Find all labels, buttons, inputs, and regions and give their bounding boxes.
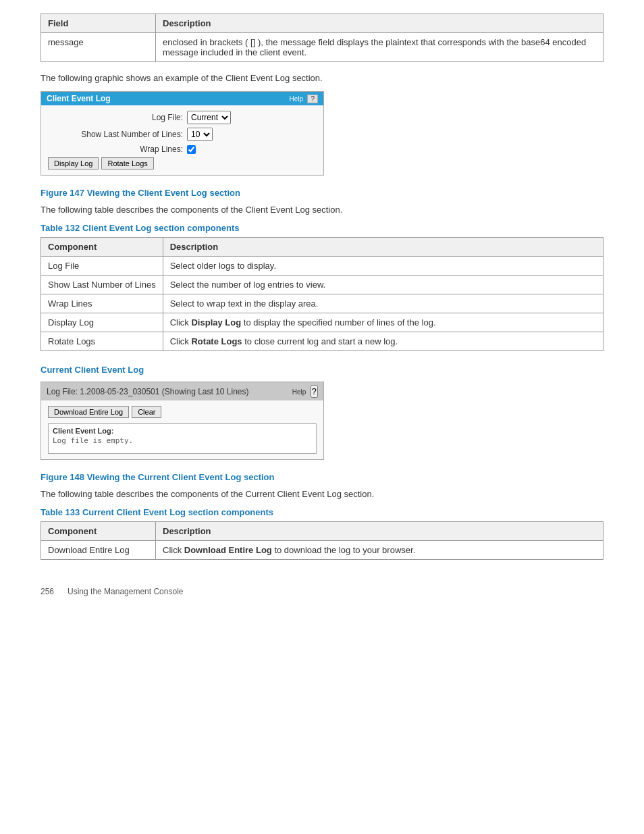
widget-title: Client Event Log (47, 94, 111, 103)
top-table-desc-header: Description (156, 14, 603, 33)
clear-button[interactable]: Clear (132, 406, 161, 418)
table-row: Display Log Click Display Log to display… (41, 313, 603, 332)
rotate-logs-button[interactable]: Rotate Logs (101, 157, 153, 170)
t132-desc-3: Click Display Log to display the specifi… (163, 313, 603, 332)
t132-comp-2: Wrap Lines (41, 294, 163, 313)
table132-desc-header: Description (163, 238, 603, 257)
client-event-log-widget: Client Event Log Help ? Log File: Curren… (41, 91, 324, 176)
t132-comp-3: Display Log (41, 313, 163, 332)
wrap-lines-checkbox[interactable] (187, 145, 196, 154)
intro-text-1: The following graphic shows an example o… (41, 73, 603, 83)
top-table-desc-cell: enclosed in brackets ( [] ), the message… (156, 33, 603, 62)
log-widget-header: Log File: 1.2008-05-23_030501 (Showing L… (41, 382, 323, 400)
table-row: Rotate Logs Click Rotate Logs to close c… (41, 332, 603, 351)
log-file-label: Log File: (48, 113, 183, 122)
log-content-area: Client Event Log: Log file is empty. (48, 423, 317, 454)
t132-desc-4: Click Rotate Logs to close current log a… (163, 332, 603, 351)
figure-148-caption: Figure 148 Viewing the Current Client Ev… (41, 472, 603, 482)
table-row: Show Last Number of Lines Select the num… (41, 276, 603, 294)
current-client-event-log-heading: Current Client Event Log (41, 365, 603, 375)
top-table-field-header: Field (41, 14, 156, 33)
table-row: message enclosed in brackets ( [] ), the… (41, 33, 603, 62)
figure-147-caption: Figure 147 Viewing the Client Event Log … (41, 188, 603, 198)
table133-comp-header: Component (41, 522, 156, 541)
log-widget-body: Download Entire Log Clear Client Event L… (41, 400, 323, 459)
wrap-lines-row: Wrap Lines: (48, 145, 317, 154)
top-table: Field Description message enclosed in br… (41, 14, 603, 62)
table-132: Component Description Log File Select ol… (41, 237, 603, 351)
widget-buttons: Display Log Rotate Logs (48, 157, 317, 170)
log-help-label: Help (292, 388, 306, 396)
help-button[interactable]: ? (307, 95, 318, 103)
t132-desc-4-bold: Rotate Logs (191, 336, 242, 346)
t132-desc-2: Select to wrap text in the display area. (163, 294, 603, 313)
t132-comp-0: Log File (41, 257, 163, 276)
t133-desc-0-plain: Click (163, 545, 184, 555)
page-label: Using the Management Console (68, 587, 183, 596)
download-entire-log-button[interactable]: Download Entire Log (48, 406, 129, 418)
log-help-button[interactable]: ? (311, 385, 318, 398)
t133-desc-0: Click Download Entire Log to download th… (156, 541, 603, 560)
t133-desc-0-bold: Download Entire Log (184, 545, 272, 555)
page-number: 256 (41, 587, 54, 596)
display-log-button[interactable]: Display Log (48, 157, 99, 170)
top-table-field-cell: message (41, 33, 156, 62)
t132-desc-1: Select the number of log entries to view… (163, 276, 603, 294)
table-row: Download Entire Log Click Download Entir… (41, 541, 603, 560)
table-133: Component Description Download Entire Lo… (41, 521, 603, 560)
widget-header: Client Event Log Help ? (41, 92, 323, 105)
intro-text-2: The following table describes the compon… (41, 205, 603, 215)
table133-desc-header: Description (156, 522, 603, 541)
log-file-row: Log File: Current (48, 111, 317, 124)
t132-comp-4: Rotate Logs (41, 332, 163, 351)
t132-desc-4-rest: to close current log and start a new log… (242, 336, 398, 346)
log-content-text: Log file is empty. (53, 436, 312, 445)
log-file-select[interactable]: Current (187, 111, 231, 124)
widget-help-area: Help ? (290, 94, 318, 103)
log-buttons: Download Entire Log Clear (48, 406, 317, 418)
show-lines-select[interactable]: 10 (187, 128, 213, 141)
table-133-caption: Table 133 Current Client Event Log secti… (41, 507, 603, 517)
t132-desc-3-rest: to display the specified number of lines… (241, 317, 435, 328)
log-widget-help-area: Help ? (292, 385, 318, 398)
show-lines-row: Show Last Number of Lines: 10 (48, 128, 317, 141)
wrap-lines-label: Wrap Lines: (48, 145, 183, 154)
t132-desc-3-bold: Display Log (191, 317, 241, 328)
table-row: Wrap Lines Select to wrap text in the di… (41, 294, 603, 313)
table-132-caption: Table 132 Client Event Log section compo… (41, 223, 603, 233)
log-content-label: Client Event Log: (53, 427, 312, 435)
t132-desc-3-plain: Click (170, 317, 192, 328)
log-widget: Log File: 1.2008-05-23_030501 (Showing L… (41, 382, 324, 460)
widget-body: Log File: Current Show Last Number of Li… (41, 105, 323, 175)
page-footer: 256 Using the Management Console (41, 587, 603, 596)
t132-desc-4-plain: Click (170, 336, 192, 346)
t133-desc-0-rest: to download the log to your browser. (272, 545, 415, 555)
table-row: Log File Select older logs to display. (41, 257, 603, 276)
intro-text-3: The following table describes the compon… (41, 489, 603, 499)
table132-comp-header: Component (41, 238, 163, 257)
t133-comp-0: Download Entire Log (41, 541, 156, 560)
t132-desc-0: Select older logs to display. (163, 257, 603, 276)
t132-comp-1: Show Last Number of Lines (41, 276, 163, 294)
show-lines-label: Show Last Number of Lines: (48, 130, 183, 139)
log-widget-title: Log File: 1.2008-05-23_030501 (Showing L… (47, 387, 249, 396)
help-label: Help (290, 95, 304, 103)
